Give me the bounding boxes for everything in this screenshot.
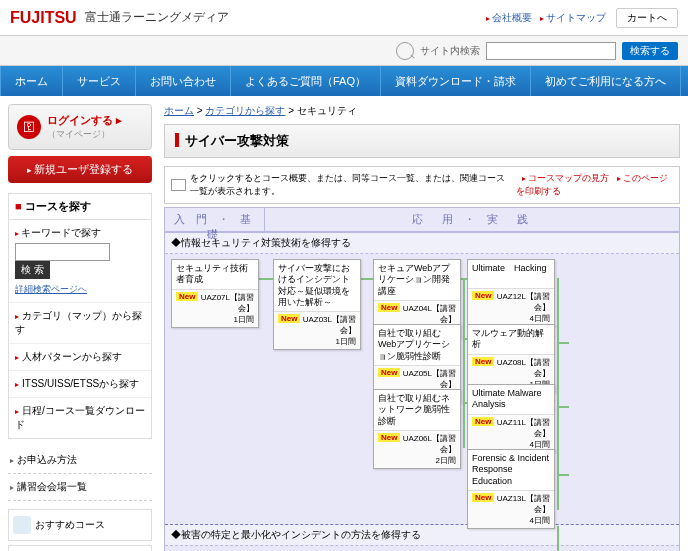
instruction-text: をクリックするとコース概要、または、同等コース一覧、または、関連コース一覧が表示… xyxy=(190,172,512,198)
sidebar-item-itss[interactable]: ITSS/UISS/ETSSから探す xyxy=(9,370,151,397)
instruction-links: コースマップの見方 このページを印刷する xyxy=(516,172,673,198)
side-search: コースを探す キーワードで探す 検 索 詳細検索ページへ カテゴリ（マップ）から… xyxy=(8,193,152,439)
promo-new[interactable]: 新設コースNew xyxy=(8,545,152,551)
logo[interactable]: FUJITSU 富士通ラーニングメディア xyxy=(10,9,229,27)
map-header: 入 門 ・ 基 礎 応 用 ・ 実 践 xyxy=(165,208,679,232)
box-icon xyxy=(171,179,186,191)
section-2-label: 被害の特定と最小化やインシデントの方法を修得する xyxy=(165,525,679,546)
search-input[interactable] xyxy=(486,42,616,60)
keyword-input[interactable] xyxy=(15,243,110,261)
main: ホーム > カテゴリから探す > セキュリティ サイバー攻撃対策 をクリックする… xyxy=(160,96,688,551)
link-apply[interactable]: お申込み方法 xyxy=(8,447,152,474)
sidebar: ⚿ ログインする ▸ （マイページ） 新規ユーザ登録する コースを探す キーワー… xyxy=(0,96,160,551)
sidebar-item-schedule[interactable]: 日程/コース一覧ダウンロード xyxy=(9,397,151,438)
search-icon xyxy=(396,42,414,60)
kw-label: キーワードで探す xyxy=(15,226,145,240)
side-search-h: コースを探す xyxy=(9,194,151,220)
course-card[interactable]: マルウェア動的解析 NewUAZ08L【講習会】1日間 xyxy=(467,324,555,393)
course-card[interactable]: セキュリティ技術者育成 NewUAZ07L【講習会】1日間 xyxy=(171,259,259,328)
course-card[interactable]: Ultimate Malware Analysis NewUAZ11L【講習会】… xyxy=(467,384,555,453)
course-card[interactable]: 自社で取り組むネットワーク脆弱性診断 NewUAZ06L【講習会】2日間 xyxy=(373,389,461,469)
course-card[interactable]: Forensic & Incident Response Education N… xyxy=(467,449,555,529)
page-title: サイバー攻撃対策 xyxy=(164,124,680,158)
search-label: サイト内検索 xyxy=(420,44,480,58)
col-basic: 入 門 ・ 基 礎 xyxy=(165,208,265,232)
login-button[interactable]: ⚿ ログインする ▸ （マイページ） xyxy=(8,104,152,150)
searchbar: サイト内検索 検索する xyxy=(0,36,688,66)
course-card[interactable]: サイバー攻撃におけるインシデント対応～疑似環境を用いた解析～ NewUAZ03L… xyxy=(273,259,361,350)
register-button[interactable]: 新規ユーザ登録する xyxy=(8,156,152,183)
course-map: 入 門 ・ 基 礎 応 用 ・ 実 践 情報セキュリティ対策技術を修得する セキ… xyxy=(164,207,680,551)
top-links: 会社概要 サイトマップ xyxy=(486,11,606,25)
nav-faq[interactable]: よくあるご質問（FAQ） xyxy=(231,66,381,96)
instruction-bar: をクリックするとコース概要、または、同等コース一覧、または、関連コース一覧が表示… xyxy=(164,166,680,204)
detail-search-link[interactable]: 詳細検索ページへ xyxy=(15,284,87,294)
login-text: ログインする ▸ （マイページ） xyxy=(47,113,122,141)
bc-current: セキュリティ xyxy=(297,105,357,116)
nav-home[interactable]: ホーム xyxy=(0,66,63,96)
bc-cat[interactable]: カテゴリから探す xyxy=(205,105,285,116)
nav-service[interactable]: サービス xyxy=(63,66,136,96)
link-company[interactable]: 会社概要 xyxy=(486,11,532,25)
sidebar-item-category[interactable]: カテゴリ（マップ）から探す xyxy=(9,302,151,343)
link-venues[interactable]: 講習会会場一覧 xyxy=(8,474,152,501)
link-sitemap[interactable]: サイトマップ xyxy=(540,11,606,25)
main-nav: ホーム サービス お問い合わせ よくあるご質問（FAQ） 資料ダウンロード・請求… xyxy=(0,66,688,96)
keyword-search-button[interactable]: 検 索 xyxy=(15,261,50,279)
search-button[interactable]: 検索する xyxy=(622,42,678,60)
nav-firsttime[interactable]: 初めてご利用になる方へ xyxy=(531,66,681,96)
link-mapguide[interactable]: コースマップの見方 xyxy=(516,173,609,183)
nav-contact[interactable]: お問い合わせ xyxy=(136,66,231,96)
section-1-label: 情報セキュリティ対策技術を修得する xyxy=(165,232,679,254)
sidebar-item-pattern[interactable]: 人材パターンから探す xyxy=(9,343,151,370)
bc-home[interactable]: ホーム xyxy=(164,105,194,116)
promo-recommend[interactable]: おすすめコース xyxy=(8,509,152,541)
key-icon: ⚿ xyxy=(17,115,41,139)
topbar: FUJITSU 富士通ラーニングメディア 会社概要 サイトマップ カートへ xyxy=(0,0,688,36)
course-card[interactable]: Ultimate Hacking NewUAZ12L【講習会】4日間 xyxy=(467,259,555,327)
cards-area-1: セキュリティ技術者育成 NewUAZ07L【講習会】1日間 サイバー攻撃における… xyxy=(165,254,679,524)
col-applied: 応 用 ・ 実 践 xyxy=(265,208,679,232)
logo-mark: FUJITSU xyxy=(10,9,77,27)
logo-text: 富士通ラーニングメディア xyxy=(85,9,229,26)
cart-button[interactable]: カートへ xyxy=(616,8,678,28)
nav-download[interactable]: 資料ダウンロード・請求 xyxy=(381,66,531,96)
breadcrumb: ホーム > カテゴリから探す > セキュリティ xyxy=(164,104,680,118)
